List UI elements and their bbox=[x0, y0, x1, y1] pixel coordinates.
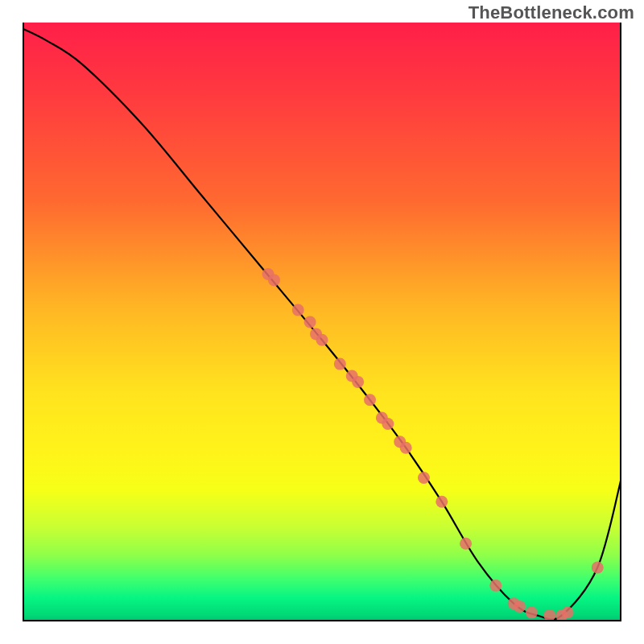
curve-points bbox=[262, 268, 604, 621]
data-point bbox=[268, 274, 280, 286]
data-point bbox=[364, 394, 376, 406]
bottleneck-curve-line bbox=[23, 28, 621, 619]
data-point bbox=[543, 609, 555, 621]
plot-area bbox=[23, 23, 621, 621]
data-point bbox=[292, 304, 304, 316]
data-point bbox=[316, 334, 328, 346]
data-point bbox=[592, 562, 604, 574]
figure-root: TheBottleneck.com bbox=[0, 0, 644, 644]
data-point bbox=[352, 376, 364, 388]
data-point bbox=[436, 496, 448, 508]
data-point bbox=[526, 606, 538, 618]
data-point bbox=[400, 442, 412, 454]
curve-svg bbox=[23, 23, 621, 621]
watermark-label: TheBottleneck.com bbox=[469, 2, 634, 23]
data-point bbox=[460, 538, 472, 550]
data-point bbox=[514, 601, 526, 613]
data-point bbox=[382, 418, 394, 430]
data-point bbox=[304, 316, 316, 328]
data-point bbox=[418, 472, 430, 484]
data-point bbox=[562, 606, 574, 618]
data-point bbox=[334, 358, 346, 370]
data-point bbox=[489, 580, 502, 592]
